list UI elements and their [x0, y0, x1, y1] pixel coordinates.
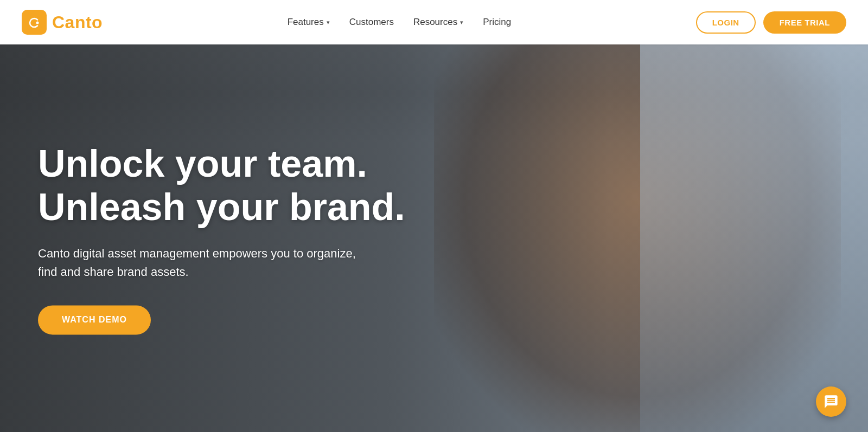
login-button[interactable]: LOGIN [696, 11, 756, 34]
logo[interactable]: Canto [22, 10, 103, 35]
hero-title: Unlock your team. Unleash your brand. [38, 142, 405, 229]
svg-point-1 [36, 22, 39, 24]
features-chevron-icon: ▾ [327, 19, 330, 26]
nav-features[interactable]: Features ▾ [288, 17, 330, 28]
hero-section: Unlock your team. Unleash your brand. Ca… [0, 44, 868, 432]
watch-demo-button[interactable]: WATCH DEMO [38, 305, 151, 334]
chat-bubble-button[interactable] [816, 386, 846, 417]
hero-content: Unlock your team. Unleash your brand. Ca… [38, 142, 405, 334]
nav-actions: LOGIN FREE TRIAL [696, 11, 846, 34]
free-trial-button[interactable]: FREE TRIAL [763, 11, 846, 34]
resources-chevron-icon: ▾ [460, 19, 463, 26]
nav-resources[interactable]: Resources ▾ [413, 17, 463, 28]
navbar: Canto Features ▾ Customers Resources ▾ P… [0, 0, 868, 44]
chat-icon [824, 394, 839, 409]
logo-icon [22, 10, 47, 35]
brand-name: Canto [52, 12, 103, 33]
hero-subtitle: Canto digital asset management empowers … [38, 244, 363, 281]
nav-links: Features ▾ Customers Resources ▾ Pricing [288, 17, 512, 28]
nav-customers[interactable]: Customers [349, 17, 394, 28]
nav-pricing[interactable]: Pricing [483, 17, 511, 28]
